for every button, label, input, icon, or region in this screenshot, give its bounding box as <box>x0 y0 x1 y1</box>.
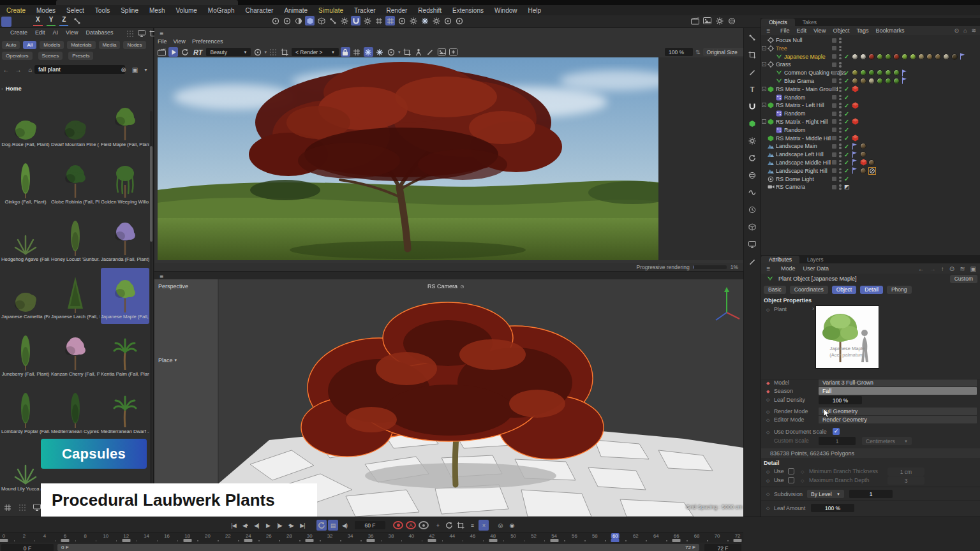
enable-toggle[interactable] <box>832 46 836 50</box>
rv-pass-dropdown[interactable]: Beauty▼ <box>206 48 251 56</box>
enable-toggle[interactable] <box>832 103 836 108</box>
camera-label[interactable]: RS Camera⊙ <box>427 283 464 290</box>
enable-toggle[interactable] <box>832 128 836 132</box>
menu-create[interactable]: Create <box>6 7 26 14</box>
generator-checkmark-icon[interactable]: ✓ <box>844 110 849 117</box>
plant-item-golden-weeping-willo[interactable]: Golden Weeping Willo... <box>101 153 149 209</box>
view-thumbs-icon[interactable] <box>17 503 27 512</box>
leaf-density-field[interactable]: 100 % <box>819 396 862 404</box>
menu-spline[interactable]: Spline <box>121 7 138 14</box>
menu-character[interactable]: Character <box>246 7 274 14</box>
plant-item-japanese-larch-fall-pl[interactable]: Japanese Larch (Fall, Pl... <box>51 268 100 324</box>
snap-disc-icon[interactable] <box>271 16 280 26</box>
edit-pen-icon[interactable] <box>746 256 758 267</box>
filter-all[interactable]: All <box>23 41 36 49</box>
enable-toggle[interactable] <box>832 185 836 189</box>
render-preferences-menu[interactable]: Preferences <box>192 38 223 45</box>
material-tag-icon[interactable] <box>852 78 858 84</box>
om-menu-file[interactable]: File <box>780 27 790 34</box>
ab-panel-icon-2[interactable] <box>137 29 146 38</box>
solo-on-button[interactable]: ◉ <box>507 520 517 531</box>
enable-toggle[interactable] <box>832 54 836 59</box>
enable-toggle[interactable] <box>832 71 836 75</box>
rv-grid-icon[interactable] <box>352 47 362 57</box>
rs-material-tag-icon[interactable] <box>852 118 859 126</box>
rv-rt-label[interactable]: RT <box>191 48 204 56</box>
object-row-rs-matrix-left-hill[interactable]: -RS Matrix - Left Hill✓ <box>761 101 980 110</box>
attr-tab-phong[interactable]: Phong <box>887 286 912 294</box>
nav-back-icon[interactable]: ← <box>1 65 11 75</box>
ruler-keyblock-60[interactable] <box>611 539 620 542</box>
phong-tag-icon[interactable] <box>902 77 907 85</box>
menu-mograph[interactable]: MoGraph <box>208 7 235 14</box>
visibility-dots[interactable] <box>839 103 842 109</box>
enable-toggle[interactable] <box>832 160 836 165</box>
enable-toggle[interactable] <box>832 78 836 83</box>
object-row-landscape-right-hill[interactable]: Landscape Right Hill✓ <box>761 167 980 175</box>
menu-animate[interactable]: Animate <box>284 7 308 14</box>
attr-back-icon[interactable]: ← <box>918 265 924 272</box>
generator-checkmark-icon[interactable]: ✓ <box>844 126 849 133</box>
rv-rgb-button[interactable] <box>253 47 262 57</box>
preview-range-button[interactable]: ▤ <box>328 520 338 531</box>
max-branch-field[interactable]: 3 <box>887 476 924 485</box>
rs-material-tag-icon[interactable] <box>852 102 859 110</box>
attr-mode-menu[interactable]: Mode <box>781 265 796 272</box>
rs-material-tag-icon[interactable] <box>852 135 859 143</box>
attr-up-icon[interactable]: ↑ <box>941 265 944 272</box>
visibility-dots[interactable] <box>839 143 842 150</box>
axis-x-button[interactable]: X <box>33 16 43 26</box>
object-row-landscape-left-hill[interactable]: Landscape Left Hill✓ <box>761 151 980 159</box>
om-home-icon[interactable]: ⌂ <box>963 27 967 34</box>
timeline-ruler[interactable]: 0246810121416182022242628303234363840424… <box>0 532 743 543</box>
plant-item-juneberry-fall-plant[interactable]: Juneberry (Fall, Plant) <box>1 325 50 381</box>
material-tag-icon[interactable] <box>868 78 875 84</box>
plant-item-dwarf-mountain-pine[interactable]: Dwarf Mountain Pine (... <box>51 96 100 152</box>
attr-tab-detail[interactable]: Detail <box>860 286 883 294</box>
render-view-button[interactable] <box>690 16 700 26</box>
material-tag-icon[interactable] <box>860 168 866 174</box>
modeling-hex-icon[interactable] <box>305 16 315 26</box>
leaf-amount-field[interactable]: 100 % <box>811 504 854 512</box>
snap-ring-icon[interactable] <box>282 16 292 26</box>
menu-volume[interactable]: Volume <box>175 7 197 14</box>
object-row-common-quaking-grass[interactable]: Common Quaking Grass✓ <box>761 69 980 77</box>
volume-cube-icon[interactable] <box>746 221 758 233</box>
rv-ab-compare-icon[interactable] <box>414 47 424 57</box>
quantize-grid-active-icon[interactable] <box>385 16 395 26</box>
material-tag-icon[interactable] <box>860 54 866 60</box>
range-start-field[interactable]: 0 F <box>1 544 54 551</box>
enable-toggle[interactable] <box>832 112 836 116</box>
visibility-dots[interactable] <box>839 87 842 93</box>
key-scale-button[interactable] <box>456 520 466 531</box>
rv-dither-icon[interactable] <box>269 47 278 57</box>
next-key-button[interactable]: •▶ <box>286 520 296 531</box>
object-row-focus-null[interactable]: Focus Null <box>761 36 980 45</box>
object-row-tree[interactable]: -Tree <box>761 45 980 53</box>
min-branch-field[interactable]: 1 cm <box>887 467 924 476</box>
render-to-picture-viewer-button[interactable] <box>702 16 712 26</box>
frame-tool-icon[interactable] <box>746 49 758 61</box>
material-tag-icon[interactable] <box>926 54 933 60</box>
generator-checkmark-icon[interactable]: ✓ <box>844 151 849 158</box>
rv-focus-icon[interactable] <box>403 47 412 57</box>
key-parameter-button[interactable]: ≡ <box>467 520 477 531</box>
edit-render-settings-button[interactable] <box>715 16 724 26</box>
om-search-icon[interactable]: ⊙ <box>954 27 959 34</box>
attr-burger-icon[interactable]: ≡ <box>764 264 773 274</box>
visibility-dots[interactable] <box>839 152 842 158</box>
object-row-grass[interactable]: -Grass <box>761 61 980 69</box>
material-tag-icon[interactable] <box>868 159 875 166</box>
rv-circle-dropdown[interactable] <box>387 47 396 57</box>
model-dropdown[interactable]: Variant 3 Full-Grown <box>819 379 977 386</box>
phong-tag-icon[interactable] <box>852 159 858 167</box>
material-tag-icon[interactable] <box>951 54 958 60</box>
attr-tab-object[interactable]: Object <box>832 286 857 294</box>
range-end-field[interactable]: 72 F <box>704 544 741 551</box>
prev-key-button[interactable]: ◀• <box>240 520 250 531</box>
material-tag-icon[interactable] <box>893 70 900 76</box>
view-list-icon[interactable] <box>32 503 41 512</box>
enable-toggle[interactable] <box>832 177 836 181</box>
menu-tracker[interactable]: Tracker <box>354 7 376 14</box>
visibility-dots[interactable] <box>839 111 842 117</box>
